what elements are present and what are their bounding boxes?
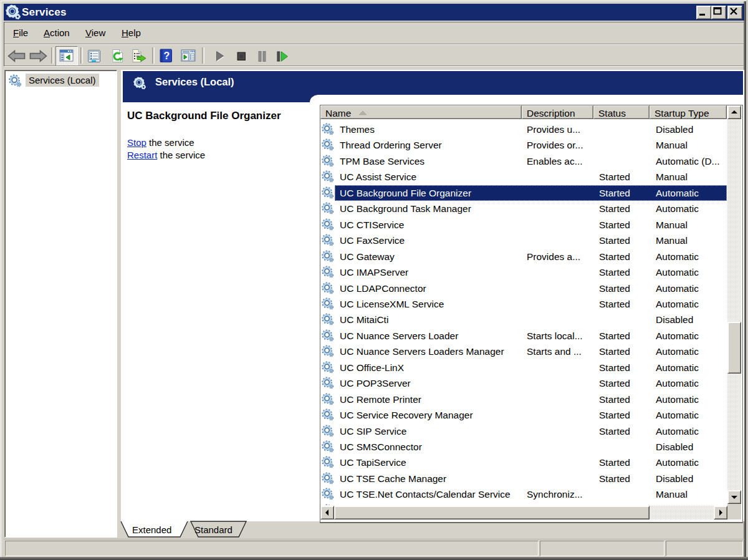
svg-text:?: ? <box>164 51 170 61</box>
